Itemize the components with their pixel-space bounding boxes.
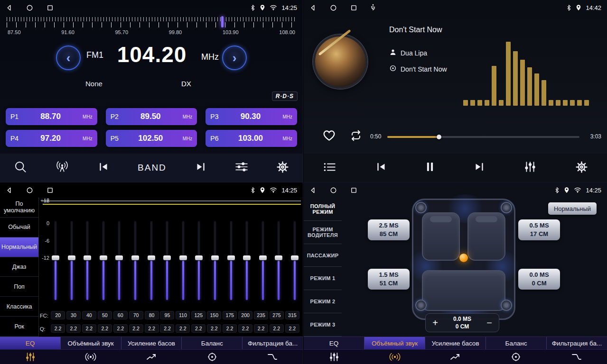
eq-band-slider[interactable] [83, 221, 92, 300]
delay-front-left-button[interactable]: 2.5 MS 85 CM [368, 219, 410, 240]
mode-1[interactable]: РЕЖИМ 1 [304, 267, 342, 290]
slider-handle[interactable] [148, 255, 155, 260]
tab-balance[interactable]: Баланс [486, 337, 547, 349]
slider-handle[interactable] [163, 255, 171, 260]
preset-button-p5[interactable]: P5102.50MHz [106, 130, 197, 147]
eq-preset-jazz[interactable]: Джаз [0, 257, 38, 277]
surround-sound-icon[interactable] [364, 350, 425, 364]
tuner-pointer[interactable] [221, 16, 224, 27]
bass-boost-icon[interactable] [121, 350, 182, 364]
mode-3[interactable]: РЕЖИМ 3 [304, 313, 342, 337]
tuning-scale[interactable]: 87.50 91.60 95.70 99.80 103.90 108.00 [0, 16, 303, 38]
eq-band-slider[interactable] [243, 221, 251, 300]
pause-icon[interactable] [426, 162, 434, 173]
slider-handle[interactable] [275, 255, 282, 260]
tab-filter[interactable]: Фильтрация ба... [243, 337, 303, 349]
delay-rear-left-button[interactable]: 1.5 MS 51 CM [368, 269, 410, 290]
preset-button-p2[interactable]: P289.50MHz [106, 108, 197, 125]
eq-preset-custom[interactable]: Обычай [0, 218, 38, 237]
slider-handle[interactable] [131, 255, 139, 260]
slider-handle[interactable] [84, 255, 91, 260]
recents-button[interactable] [350, 187, 357, 194]
previous-track-icon[interactable] [375, 162, 387, 173]
eq-band-slider[interactable] [163, 221, 171, 300]
scan-search-icon[interactable] [14, 161, 27, 175]
slider-handle[interactable] [100, 255, 107, 260]
eq-preset-classic[interactable]: Классика [0, 297, 38, 317]
tab-bass-boost[interactable]: Усиление басов [121, 337, 182, 349]
mode-2[interactable]: РЕЖИМ 2 [304, 290, 342, 313]
eq-band-slider[interactable] [115, 221, 123, 300]
preset-button-p6[interactable]: P6103.00MHz [205, 130, 297, 147]
preset-button-p1[interactable]: P188.70MHz [6, 108, 97, 125]
tab-surround[interactable]: Объёмный звук [61, 337, 121, 349]
gear-icon[interactable] [576, 161, 588, 175]
tab-bass-boost[interactable]: Усиление басов [425, 337, 486, 349]
increase-delay-button[interactable]: + [426, 318, 445, 328]
band-button[interactable]: BAND [138, 163, 167, 173]
eq-preset-default[interactable]: По умолчанию [0, 198, 38, 218]
back-button[interactable] [6, 187, 13, 194]
eq-preset-normal[interactable]: Нормальный [0, 237, 38, 257]
eq-band-slider[interactable] [211, 221, 219, 300]
bass-boost-icon[interactable] [425, 350, 486, 364]
eq-preset-rock[interactable]: Рок [0, 317, 38, 337]
surround-sound-icon[interactable] [61, 350, 121, 364]
eq-sliders-icon[interactable] [304, 350, 364, 364]
eq-band-slider[interactable] [147, 221, 156, 300]
eq-band-slider[interactable] [259, 221, 267, 300]
slider-handle[interactable] [243, 255, 251, 260]
tune-down-button[interactable]: ‹ [56, 46, 81, 70]
audio-settings-icon[interactable] [235, 161, 248, 174]
recents-button[interactable] [47, 4, 54, 11]
home-button[interactable] [330, 4, 337, 11]
slider-handle[interactable] [291, 255, 299, 260]
tab-eq[interactable]: EQ [304, 337, 364, 349]
slider-handle[interactable] [227, 255, 235, 260]
mode-full[interactable]: ПОЛНЫЙ РЕЖИМ [304, 198, 342, 221]
eq-band-slider[interactable] [99, 221, 108, 300]
mode-passenger[interactable]: ПАССАЖИР [304, 244, 342, 267]
slider-handle[interactable] [195, 255, 203, 260]
back-button[interactable] [309, 4, 317, 11]
decrease-delay-button[interactable]: − [480, 318, 499, 328]
filter-icon[interactable] [546, 350, 607, 364]
slider-handle[interactable] [115, 255, 123, 260]
sound-preset-button[interactable]: Нормальный [548, 202, 597, 215]
eq-band-slider[interactable] [131, 221, 140, 300]
listening-position-marker[interactable] [459, 254, 468, 262]
balance-icon[interactable] [486, 350, 546, 364]
filter-icon[interactable] [242, 350, 303, 364]
tab-balance[interactable]: Баланс [182, 337, 243, 349]
back-button[interactable] [6, 4, 13, 11]
eq-band-slider[interactable] [179, 221, 187, 300]
slider-handle[interactable] [52, 255, 59, 260]
eq-sliders-icon[interactable] [0, 350, 61, 364]
home-button[interactable] [330, 187, 337, 194]
broadcast-antenna-icon[interactable] [55, 161, 69, 175]
slider-handle[interactable] [259, 255, 267, 260]
playlist-icon[interactable] [323, 162, 336, 174]
recents-button[interactable] [350, 4, 357, 11]
tab-eq[interactable]: EQ [0, 337, 61, 349]
eq-band-slider[interactable] [67, 221, 76, 300]
repeat-icon[interactable] [349, 130, 363, 143]
progress-bar[interactable] [387, 136, 579, 138]
slider-handle[interactable] [211, 255, 219, 260]
tab-surround[interactable]: Объёмный звук [364, 337, 425, 349]
eq-preset-pop[interactable]: Поп [0, 277, 38, 297]
home-button[interactable] [26, 187, 33, 194]
delay-front-right-button[interactable]: 0.5 MS 17 CM [518, 219, 560, 240]
eq-band-slider[interactable] [274, 221, 283, 300]
mode-driver[interactable]: РЕЖИМ ВОДИТЕЛЯ [304, 221, 342, 244]
eq-band-slider[interactable] [195, 221, 203, 300]
next-track-icon[interactable] [474, 162, 485, 173]
eq-band-slider[interactable] [227, 221, 235, 300]
home-button[interactable] [26, 4, 33, 11]
back-button[interactable] [309, 187, 317, 194]
gear-icon[interactable] [277, 161, 289, 175]
preset-button-p4[interactable]: P497.20MHz [6, 130, 97, 147]
progress-knob[interactable] [437, 135, 441, 139]
slider-handle[interactable] [68, 255, 75, 260]
recents-button[interactable] [47, 187, 54, 194]
